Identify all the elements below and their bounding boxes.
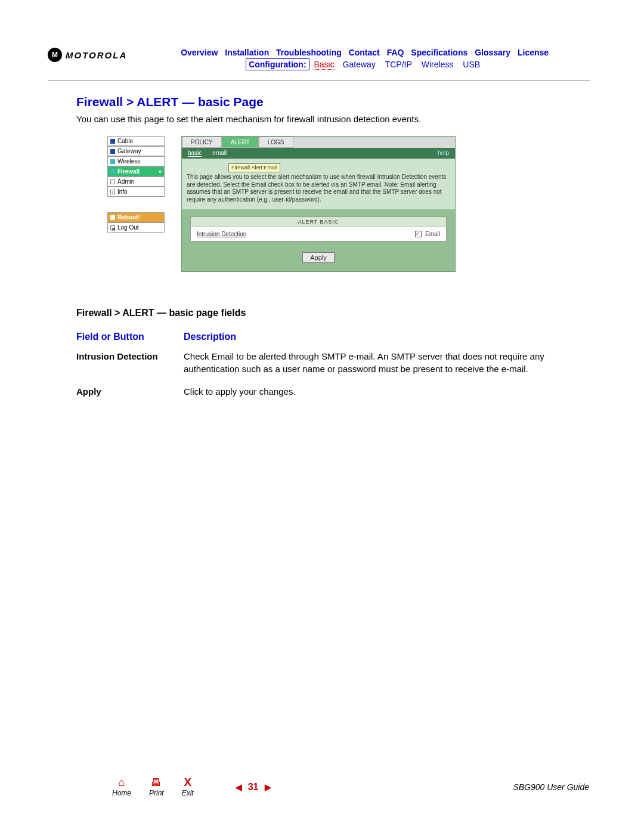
prev-page-icon[interactable]: ◀ [236,782,242,792]
brand-logo: M MOTOROLA [48,48,127,62]
guide-name: SBG900 User Guide [513,782,589,792]
side-label: Info [117,188,128,195]
row-intrusion-label: Intrusion Detection [197,231,415,237]
field-name: Apply [76,386,184,398]
nav-contact[interactable]: Contact [349,48,380,57]
alert-basic-box: ALERT BASIC Intrusion Detection ✓ Email [190,216,447,241]
subnav-wireless[interactable]: Wireless [422,60,454,69]
nav-specifications[interactable]: Specifications [411,48,467,57]
subnav-gateway[interactable]: Gateway [343,60,376,69]
print-label: Print [149,789,164,797]
side-label: Wireless [117,158,140,165]
field-name: Intrusion Detection [76,351,184,375]
subtab-basic[interactable]: basic [188,150,202,157]
field-desc: Click to apply your changes. [184,386,565,398]
brand-text: MOTOROLA [66,50,127,60]
print-icon: 🖶 [151,777,162,788]
intro-text: You can use this page to set the alert m… [76,114,590,124]
top-nav: Overview Installation Troubleshooting Co… [139,48,590,57]
fields-head-desc: Description [184,332,565,342]
config-label: Configuration: [246,58,309,70]
panel-description-area: Firewall:Alert:Email This page allows yo… [182,159,455,209]
tab-logs[interactable]: LOGS [259,137,293,148]
home-label: Home [112,789,131,797]
nav-overview[interactable]: Overview [181,48,218,57]
fields-head-field: Field or Button [76,332,184,342]
fields-section-title: Firewall > ALERT — basic page fields [76,308,590,318]
side-menu: Cable Gateway Wireless Firewall» Admin i… [107,136,165,272]
nav-glossary[interactable]: Glossary [475,48,510,57]
subtab-email[interactable]: email [212,150,227,157]
page-number: 31 [248,782,259,792]
next-page-icon[interactable]: ▶ [265,782,271,792]
nav-faq[interactable]: FAQ [387,48,404,57]
home-icon: ⌂ [119,777,125,788]
side-item-logout[interactable]: ✕Log Out [107,222,165,233]
side-label: Cable [117,138,133,144]
table-row: Apply Click to apply your changes. [76,386,565,398]
side-item-gateway[interactable]: Gateway [107,146,165,156]
side-item-info[interactable]: iInfo [107,187,165,197]
subnav-tcpip[interactable]: TCP/IP [385,60,412,69]
side-label: Admin [117,178,134,185]
home-button[interactable]: ⌂ Home [112,777,131,797]
tab-policy[interactable]: POLICY [182,137,222,148]
side-item-firewall[interactable]: Firewall» [107,166,165,176]
side-item-reboot[interactable]: Reboot! [107,212,165,222]
exit-label: Exit [182,789,194,797]
page-footer: ⌂ Home 🖶 Print X Exit ◀ 31 ▶ SBG900 User… [0,777,644,797]
panel-tabs: POLICY ALERT LOGS [182,137,455,148]
exit-icon: X [184,777,191,788]
subnav-basic[interactable]: Basic [314,60,334,70]
box-header: ALERT BASIC [191,217,446,227]
side-label: Firewall [117,168,140,175]
nav-installation[interactable]: Installation [225,48,269,57]
side-label: Gateway [117,148,141,154]
table-row: Intrusion Detection Check Email to be al… [76,351,565,375]
motorola-batwing-icon: M [48,48,62,62]
email-checkbox-label: Email [425,231,440,237]
side-item-wireless[interactable]: Wireless [107,156,165,166]
page-pager: ◀ 31 ▶ [236,782,271,792]
page-title: Firewall > ALERT — basic Page [76,95,590,109]
config-panel: POLICY ALERT LOGS basic email help Firew… [181,136,456,272]
side-item-admin[interactable]: Admin [107,176,165,187]
tab-alert[interactable]: ALERT [222,137,259,148]
email-checkbox[interactable]: ✓ [415,231,422,237]
fields-table: Field or Button Description Intrusion De… [76,332,565,398]
header-divider [48,80,590,80]
exit-button[interactable]: X Exit [182,777,194,797]
tooltip-box: Firewall:Alert:Email [228,163,280,172]
nav-license[interactable]: License [518,48,549,57]
subnav-usb[interactable]: USB [463,60,480,69]
ui-screenshot: Cable Gateway Wireless Firewall» Admin i… [107,136,590,272]
panel-subtabs: basic email help [182,148,455,159]
nav-troubleshooting[interactable]: Troubleshooting [276,48,342,57]
side-label: Log Out [117,224,139,231]
sub-nav: Configuration: Basic Gateway TCP/IP Wire… [139,60,590,69]
panel-description: This page allows you to select the alert… [187,174,450,203]
side-item-cable[interactable]: Cable [107,136,165,146]
print-button[interactable]: 🖶 Print [149,777,164,797]
subtab-help[interactable]: help [438,150,449,157]
side-label: Reboot! [117,214,140,221]
apply-button[interactable]: Apply [302,252,335,263]
field-desc: Check Email to be alerted through SMTP e… [184,351,565,375]
